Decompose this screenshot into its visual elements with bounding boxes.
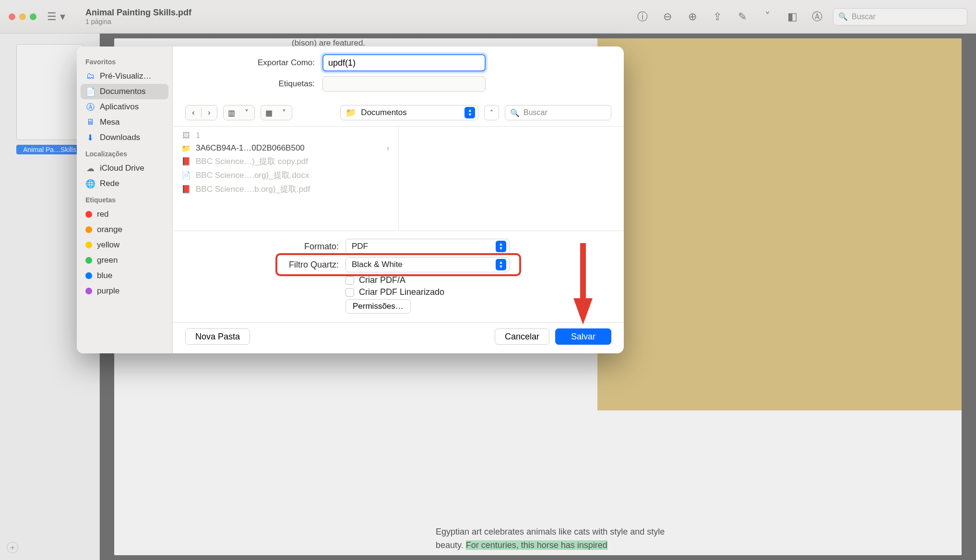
apps-icon: Ⓐ bbox=[85, 102, 95, 112]
grid-icon: ▦ bbox=[261, 105, 276, 120]
sidebar-item-label: Rede bbox=[100, 179, 119, 188]
sidebar-item-label: Aplicativos bbox=[100, 102, 139, 112]
sidebar-item-label: yellow bbox=[97, 240, 119, 250]
stepper-icon: ▲▼ bbox=[496, 241, 506, 252]
sidebar-heading-tags: Etiquetas bbox=[85, 196, 164, 204]
sidebar-item-preview[interactable]: 🗂 Pré-Visualiz… bbox=[81, 69, 168, 84]
sidebar-item-icloud[interactable]: ☁︎ iCloud Drive bbox=[81, 161, 168, 176]
format-label: Formato: bbox=[185, 242, 339, 252]
sidebar-item-label: red bbox=[97, 210, 109, 219]
location-popup[interactable]: 📁 Documentos ▲▼ bbox=[340, 105, 478, 120]
file-name: 3A6CB94A-1…0D2B066B500 bbox=[196, 143, 305, 153]
file-row[interactable]: 📕BBC Science….b.org)_提取.pdf bbox=[173, 182, 398, 196]
sidebar-item-documents[interactable]: 📄 Documentos bbox=[81, 84, 168, 99]
save-main: Exportar Como: Etiquetas: ‹ › ▥ ˅ bbox=[173, 47, 624, 353]
tag-dot-icon bbox=[85, 288, 92, 294]
save-sidebar: Favoritos 🗂 Pré-Visualiz… 📄 Documentos Ⓐ… bbox=[77, 47, 173, 353]
file-name: 1 bbox=[196, 131, 200, 140]
quartz-value: Black & White bbox=[352, 260, 403, 269]
document-icon: 📄 bbox=[85, 87, 95, 96]
img-icon: 🖼 bbox=[181, 131, 191, 140]
file-row[interactable]: 📕BBC Science…)_提取 copy.pdf bbox=[173, 154, 398, 168]
tags-input[interactable] bbox=[322, 76, 486, 92]
dialog-buttons: Nova Pasta Cancelar Salvar bbox=[173, 322, 624, 353]
browser-search[interactable]: 🔍 Buscar bbox=[505, 105, 611, 120]
export-options: Formato: PDF ▲▼ Filtro Quartz: Black & W… bbox=[173, 231, 624, 322]
search-icon: 🔍 bbox=[510, 108, 520, 117]
sidebar-tag-orange[interactable]: orange bbox=[81, 222, 168, 237]
file-name: BBC Science….b.org)_提取.pdf bbox=[196, 184, 310, 195]
file-row[interactable]: 🖼1 bbox=[173, 129, 398, 142]
sidebar-heading-favorites: Favoritos bbox=[85, 58, 164, 66]
tag-dot-icon bbox=[85, 226, 92, 233]
filename-input[interactable] bbox=[322, 54, 486, 71]
linear-label: Criar PDF Linearizado bbox=[359, 287, 444, 297]
quartz-popup[interactable]: Black & White ▲▼ bbox=[345, 257, 510, 272]
sidebar-item-label: iCloud Drive bbox=[100, 163, 144, 173]
download-icon: ⬇︎ bbox=[85, 133, 95, 142]
forward-button[interactable]: › bbox=[202, 105, 217, 120]
sidebar-tag-blue[interactable]: blue bbox=[81, 268, 168, 283]
file-row[interactable]: 📁3A6CB94A-1…0D2B066B500› bbox=[173, 142, 398, 154]
new-folder-button[interactable]: Nova Pasta bbox=[185, 328, 250, 345]
sidebar-item-applications[interactable]: Ⓐ Aplicativos bbox=[81, 99, 168, 115]
folder-icon: 📁 bbox=[345, 107, 356, 118]
sidebar-item-label: blue bbox=[97, 271, 112, 280]
pdfa-label: Criar PDF/A bbox=[359, 275, 405, 285]
export-as-label: Exportar Como: bbox=[185, 58, 315, 68]
sidebar-item-label: Mesa bbox=[100, 117, 120, 127]
sidebar-item-label: green bbox=[97, 256, 118, 265]
tag-dot-icon bbox=[85, 272, 92, 279]
doc-icon: 📄 bbox=[181, 171, 191, 180]
linear-checkbox[interactable] bbox=[345, 288, 354, 297]
sidebar-tag-yellow[interactable]: yellow bbox=[81, 237, 168, 253]
chevron-down-icon: ˅ bbox=[276, 105, 292, 120]
sidebar-tag-red[interactable]: red bbox=[81, 207, 168, 222]
permissions-button[interactable]: Permissões… bbox=[345, 299, 411, 314]
sidebar-item-label: Pré-Visualiz… bbox=[100, 71, 151, 81]
tag-dot-icon bbox=[85, 257, 92, 264]
columns-icon: ▥ bbox=[224, 105, 239, 120]
save-button[interactable]: Salvar bbox=[555, 328, 611, 345]
sidebar-item-label: orange bbox=[97, 225, 122, 234]
chevron-right-icon: › bbox=[387, 143, 390, 153]
folder-icon: 📁 bbox=[181, 144, 191, 153]
view-columns[interactable]: ▥ ˅ bbox=[223, 105, 255, 120]
pdfa-checkbox[interactable] bbox=[345, 276, 354, 285]
file-browser: 🖼1📁3A6CB94A-1…0D2B066B500›📕BBC Science…)… bbox=[173, 127, 624, 231]
sidebar-tag-green[interactable]: green bbox=[81, 253, 168, 268]
tag-dot-icon bbox=[85, 211, 92, 218]
sidebar-item-label: purple bbox=[97, 286, 119, 296]
sidebar-tag-purple[interactable]: purple bbox=[81, 283, 168, 299]
cancel-button[interactable]: Cancelar bbox=[495, 328, 549, 345]
nav-back-forward: ‹ › bbox=[185, 105, 217, 120]
stepper-icon: ▲▼ bbox=[464, 107, 475, 118]
location-label: Documentos bbox=[361, 108, 460, 117]
desktop-icon: 🖥 bbox=[85, 117, 95, 127]
sidebar-item-network[interactable]: 🌐 Rede bbox=[81, 176, 168, 191]
tag-dot-icon bbox=[85, 242, 92, 248]
app-icon: 🗂 bbox=[85, 71, 95, 81]
format-popup[interactable]: PDF ▲▼ bbox=[345, 239, 510, 254]
pdf-icon: 📕 bbox=[181, 157, 191, 166]
quartz-label: Filtro Quartz: bbox=[185, 260, 339, 270]
sidebar-item-desktop[interactable]: 🖥 Mesa bbox=[81, 115, 168, 130]
view-group[interactable]: ▦ ˅ bbox=[261, 105, 292, 120]
file-name: BBC Science…)_提取 copy.pdf bbox=[196, 156, 308, 167]
file-column[interactable]: 🖼1📁3A6CB94A-1…0D2B066B500›📕BBC Science…)… bbox=[173, 127, 398, 231]
collapse-button[interactable]: ˄ bbox=[484, 105, 499, 120]
file-row[interactable]: 📄BBC Science….org)_提取.docx bbox=[173, 168, 398, 182]
cloud-icon: ☁︎ bbox=[85, 163, 95, 173]
sidebar-item-downloads[interactable]: ⬇︎ Downloads bbox=[81, 130, 168, 145]
search-placeholder: Buscar bbox=[524, 108, 548, 117]
sidebar-item-label: Downloads bbox=[100, 133, 140, 142]
pdf-icon: 📕 bbox=[181, 185, 191, 194]
file-name: BBC Science….org)_提取.docx bbox=[196, 170, 309, 181]
back-button[interactable]: ‹ bbox=[186, 105, 201, 120]
tags-label: Etiquetas: bbox=[185, 79, 315, 89]
stepper-icon: ▲▼ bbox=[496, 259, 506, 270]
sidebar-heading-locations: Localizações bbox=[85, 150, 164, 158]
export-dialog: Favoritos 🗂 Pré-Visualiz… 📄 Documentos Ⓐ… bbox=[77, 47, 624, 353]
format-value: PDF bbox=[352, 242, 368, 251]
chevron-down-icon: ˅ bbox=[239, 105, 254, 120]
